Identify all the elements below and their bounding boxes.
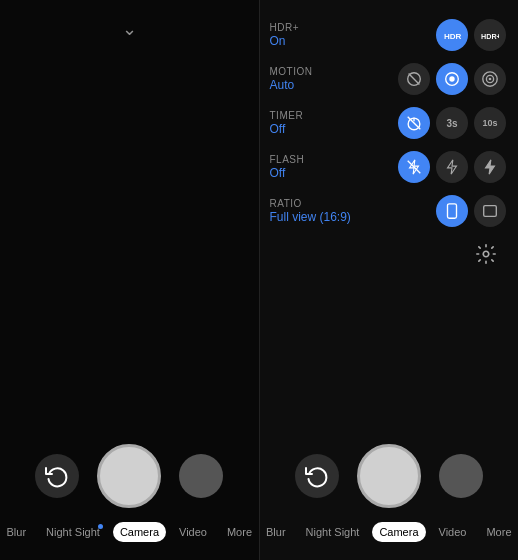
timer-label: TIMER <box>270 110 304 121</box>
flash-off-button[interactable] <box>398 151 430 183</box>
flash-auto-button[interactable] <box>436 151 468 183</box>
motion-value: Auto <box>270 78 313 92</box>
timer-10s-button[interactable]: 10s <box>474 107 506 139</box>
left-tab-video[interactable]: Video <box>172 522 214 542</box>
left-tab-bar: Blur Night Sight Camera Video More <box>0 518 259 552</box>
flash-auto-icon <box>443 158 461 176</box>
motion-off-button[interactable] <box>398 63 430 95</box>
right-rotate-camera-button[interactable] <box>295 454 339 498</box>
ratio-value: Full view (16:9) <box>270 210 351 224</box>
motion-label-group: MOTION Auto <box>270 66 313 92</box>
hdr-label: HDR+ <box>270 22 300 33</box>
motion-auto-button[interactable] <box>436 63 468 95</box>
timer-3s-button[interactable]: 3s <box>436 107 468 139</box>
hdr-label-group: HDR+ On <box>270 22 300 48</box>
timer-off-icon <box>405 114 423 132</box>
flash-label-group: FLASH Off <box>270 154 305 180</box>
motion-auto-icon <box>443 70 461 88</box>
right-tab-night-sight[interactable]: Night Sight <box>299 522 367 542</box>
camera-buttons <box>35 444 223 508</box>
left-panel: ⌄ Blur Night Sight Camera Video More <box>0 0 259 560</box>
svg-rect-16 <box>448 204 457 218</box>
motion-on-button[interactable] <box>474 63 506 95</box>
bottom-controls: Blur Night Sight Camera Video More <box>0 432 259 560</box>
rotate-icon <box>45 464 69 488</box>
svg-text:HDR+: HDR+ <box>481 32 499 41</box>
right-tab-more[interactable]: More <box>479 522 518 542</box>
gear-icon <box>475 243 497 265</box>
ratio-setting-row: RATIO Full view (16:9) <box>270 190 507 232</box>
left-tab-night-sight[interactable]: Night Sight <box>39 522 107 542</box>
svg-point-18 <box>483 251 489 257</box>
hdr-on-button[interactable]: HDR <box>436 19 468 51</box>
motion-options <box>398 63 506 95</box>
right-shutter-button[interactable] <box>357 444 421 508</box>
motion-off-icon <box>405 70 423 88</box>
shutter-button[interactable] <box>97 444 161 508</box>
flash-on-button[interactable] <box>474 151 506 183</box>
svg-point-8 <box>489 78 492 81</box>
flash-setting-row: FLASH Off <box>270 146 507 188</box>
right-tab-blur[interactable]: Blur <box>260 522 293 542</box>
motion-setting-row: MOTION Auto <box>270 58 507 100</box>
ratio-169-icon <box>443 202 461 220</box>
right-tab-video[interactable]: Video <box>432 522 474 542</box>
right-bottom-controls: Blur Night Sight Camera Video More <box>260 432 519 560</box>
right-panel: HDR+ On HDR HDR+ MOTION <box>260 0 519 560</box>
left-tab-more[interactable]: More <box>220 522 259 542</box>
settings-gear-button[interactable] <box>470 238 502 270</box>
hdr-setting-row: HDR+ On HDR HDR+ <box>270 14 507 56</box>
flash-label: FLASH <box>270 154 305 165</box>
timer-10s-label: 10s <box>482 118 497 128</box>
ratio-options <box>436 195 506 227</box>
ratio-label: RATIO <box>270 198 351 209</box>
svg-marker-15 <box>486 160 495 174</box>
timer-options: 3s 10s <box>398 107 506 139</box>
gallery-button[interactable] <box>179 454 223 498</box>
rotate-camera-button[interactable] <box>35 454 79 498</box>
flash-on-icon <box>481 158 499 176</box>
svg-line-3 <box>409 74 420 85</box>
hdr-value: On <box>270 34 300 48</box>
timer-off-button[interactable] <box>398 107 430 139</box>
svg-point-5 <box>449 76 454 81</box>
gear-row <box>270 234 507 270</box>
left-tab-blur[interactable]: Blur <box>0 522 33 542</box>
ratio-43-button[interactable] <box>474 195 506 227</box>
flash-value: Off <box>270 166 305 180</box>
chevron-down-icon[interactable]: ⌄ <box>122 18 137 40</box>
right-camera-buttons <box>295 444 483 508</box>
hdr-options: HDR HDR+ <box>436 19 506 51</box>
right-rotate-icon <box>305 464 329 488</box>
settings-panel: HDR+ On HDR HDR+ MOTION <box>260 0 519 432</box>
ratio-43-icon <box>481 202 499 220</box>
timer-3s-label: 3s <box>446 118 457 129</box>
hdr-icon: HDR <box>443 26 461 44</box>
right-tab-camera[interactable]: Camera <box>372 522 425 542</box>
svg-text:HDR: HDR <box>444 32 461 41</box>
timer-setting-row: TIMER Off 3s 10s <box>270 102 507 144</box>
right-tab-bar: Blur Night Sight Camera Video More <box>260 518 519 552</box>
right-gallery-button[interactable] <box>439 454 483 498</box>
timer-value: Off <box>270 122 304 136</box>
motion-on-icon <box>481 70 499 88</box>
hdr-plus-button[interactable]: HDR+ <box>474 19 506 51</box>
ratio-label-group: RATIO Full view (16:9) <box>270 198 351 224</box>
svg-rect-17 <box>484 206 497 217</box>
ratio-169-button[interactable] <box>436 195 468 227</box>
night-sight-dot <box>98 524 103 529</box>
svg-marker-14 <box>448 160 457 174</box>
hdr-plus-icon: HDR+ <box>481 26 499 44</box>
left-tab-camera[interactable]: Camera <box>113 522 166 542</box>
viewfinder: ⌄ <box>0 0 259 432</box>
flash-off-icon <box>405 158 423 176</box>
motion-label: MOTION <box>270 66 313 77</box>
timer-label-group: TIMER Off <box>270 110 304 136</box>
flash-options <box>398 151 506 183</box>
